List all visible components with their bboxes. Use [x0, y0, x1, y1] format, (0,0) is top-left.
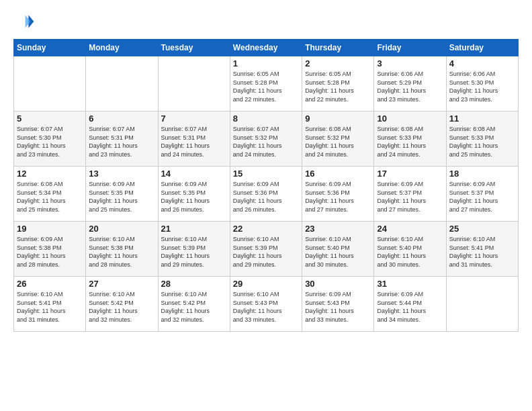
day-cell: [14, 56, 86, 111]
day-info: Sunrise: 6:07 AM Sunset: 5:32 PM Dayligh…: [233, 125, 299, 158]
weekday-header-wednesday: Wednesday: [230, 40, 302, 56]
day-cell: 13Sunrise: 6:09 AM Sunset: 5:35 PM Dayli…: [86, 167, 158, 222]
day-number: 24: [377, 224, 443, 234]
day-info: Sunrise: 6:08 AM Sunset: 5:33 PM Dayligh…: [377, 125, 443, 158]
week-row-3: 12Sunrise: 6:08 AM Sunset: 5:34 PM Dayli…: [14, 167, 519, 222]
day-cell: 22Sunrise: 6:10 AM Sunset: 5:39 PM Dayli…: [230, 222, 302, 277]
week-row-1: 1Sunrise: 6:05 AM Sunset: 5:28 PM Daylig…: [14, 56, 519, 111]
day-cell: 19Sunrise: 6:09 AM Sunset: 5:38 PM Dayli…: [14, 222, 86, 277]
day-info: Sunrise: 6:09 AM Sunset: 5:37 PM Dayligh…: [377, 180, 443, 214]
day-number: 31: [377, 279, 443, 289]
day-info: Sunrise: 6:06 AM Sunset: 5:30 PM Dayligh…: [449, 70, 515, 103]
day-number: 16: [305, 169, 371, 179]
day-number: 18: [449, 169, 515, 179]
weekday-header-friday: Friday: [374, 40, 446, 56]
day-info: Sunrise: 6:09 AM Sunset: 5:36 PM Dayligh…: [305, 180, 371, 214]
day-cell: 26Sunrise: 6:10 AM Sunset: 5:41 PM Dayli…: [14, 277, 86, 332]
day-info: Sunrise: 6:09 AM Sunset: 5:44 PM Dayligh…: [377, 290, 443, 324]
day-info: Sunrise: 6:05 AM Sunset: 5:28 PM Dayligh…: [233, 70, 299, 103]
day-info: Sunrise: 6:07 AM Sunset: 5:31 PM Dayligh…: [89, 125, 154, 158]
day-info: Sunrise: 6:10 AM Sunset: 5:42 PM Dayligh…: [161, 290, 227, 324]
day-number: 9: [305, 113, 371, 124]
day-cell: 18Sunrise: 6:09 AM Sunset: 5:37 PM Dayli…: [446, 167, 518, 222]
day-info: Sunrise: 6:06 AM Sunset: 5:29 PM Dayligh…: [377, 70, 443, 103]
day-number: 17: [377, 169, 443, 179]
day-cell: 9Sunrise: 6:08 AM Sunset: 5:32 PM Daylig…: [302, 111, 374, 167]
day-number: 14: [161, 169, 227, 179]
day-info: Sunrise: 6:10 AM Sunset: 5:41 PM Dayligh…: [17, 290, 83, 324]
day-number: 29: [233, 279, 299, 289]
day-info: Sunrise: 6:10 AM Sunset: 5:42 PM Dayligh…: [89, 290, 154, 324]
day-number: 28: [161, 279, 227, 289]
day-info: Sunrise: 6:10 AM Sunset: 5:39 PM Dayligh…: [233, 235, 299, 269]
calendar-table: SundayMondayTuesdayWednesdayThursdayFrid…: [13, 39, 519, 332]
day-cell: 3Sunrise: 6:06 AM Sunset: 5:29 PM Daylig…: [374, 56, 446, 111]
day-info: Sunrise: 6:10 AM Sunset: 5:43 PM Dayligh…: [233, 290, 299, 324]
day-cell: 4Sunrise: 6:06 AM Sunset: 5:30 PM Daylig…: [446, 56, 518, 111]
day-number: 22: [233, 224, 299, 234]
day-info: Sunrise: 6:09 AM Sunset: 5:43 PM Dayligh…: [305, 290, 371, 324]
day-cell: 21Sunrise: 6:10 AM Sunset: 5:39 PM Dayli…: [158, 222, 230, 277]
day-info: Sunrise: 6:09 AM Sunset: 5:35 PM Dayligh…: [161, 180, 227, 214]
day-cell: 25Sunrise: 6:10 AM Sunset: 5:41 PM Dayli…: [446, 222, 518, 277]
logo: [13, 11, 38, 32]
day-cell: 27Sunrise: 6:10 AM Sunset: 5:42 PM Dayli…: [86, 277, 158, 332]
day-cell: 28Sunrise: 6:10 AM Sunset: 5:42 PM Dayli…: [158, 277, 230, 332]
week-row-5: 26Sunrise: 6:10 AM Sunset: 5:41 PM Dayli…: [14, 277, 519, 332]
day-cell: [158, 56, 230, 111]
day-cell: 12Sunrise: 6:08 AM Sunset: 5:34 PM Dayli…: [14, 167, 86, 222]
day-number: 11: [449, 113, 515, 124]
day-info: Sunrise: 6:09 AM Sunset: 5:36 PM Dayligh…: [233, 180, 299, 214]
page-header: [13, 11, 519, 32]
day-info: Sunrise: 6:09 AM Sunset: 5:37 PM Dayligh…: [449, 180, 515, 214]
day-number: 8: [233, 113, 299, 124]
day-number: 1: [233, 58, 299, 68]
weekday-header-thursday: Thursday: [302, 40, 374, 56]
day-number: 6: [89, 113, 154, 124]
day-info: Sunrise: 6:10 AM Sunset: 5:40 PM Dayligh…: [305, 235, 371, 269]
week-row-4: 19Sunrise: 6:09 AM Sunset: 5:38 PM Dayli…: [14, 222, 519, 277]
day-cell: 14Sunrise: 6:09 AM Sunset: 5:35 PM Dayli…: [158, 167, 230, 222]
day-number: 12: [17, 169, 83, 179]
page-container: SundayMondayTuesdayWednesdayThursdayFrid…: [0, 0, 532, 338]
week-row-2: 5Sunrise: 6:07 AM Sunset: 5:30 PM Daylig…: [14, 111, 519, 167]
day-number: 26: [17, 279, 83, 289]
day-cell: 11Sunrise: 6:08 AM Sunset: 5:33 PM Dayli…: [446, 111, 518, 167]
day-info: Sunrise: 6:08 AM Sunset: 5:33 PM Dayligh…: [449, 125, 515, 158]
weekday-header-saturday: Saturday: [446, 40, 518, 56]
day-cell: 10Sunrise: 6:08 AM Sunset: 5:33 PM Dayli…: [374, 111, 446, 167]
day-cell: 6Sunrise: 6:07 AM Sunset: 5:31 PM Daylig…: [86, 111, 158, 167]
day-info: Sunrise: 6:10 AM Sunset: 5:39 PM Dayligh…: [161, 235, 227, 269]
weekday-header-row: SundayMondayTuesdayWednesdayThursdayFrid…: [14, 40, 519, 56]
day-info: Sunrise: 6:07 AM Sunset: 5:31 PM Dayligh…: [161, 125, 227, 158]
day-number: 20: [89, 224, 154, 234]
day-number: 15: [233, 169, 299, 179]
day-number: 19: [17, 224, 83, 234]
day-cell: 31Sunrise: 6:09 AM Sunset: 5:44 PM Dayli…: [374, 277, 446, 332]
day-info: Sunrise: 6:09 AM Sunset: 5:35 PM Dayligh…: [89, 180, 154, 214]
day-cell: 16Sunrise: 6:09 AM Sunset: 5:36 PM Dayli…: [302, 167, 374, 222]
day-number: 4: [449, 58, 515, 68]
day-info: Sunrise: 6:09 AM Sunset: 5:38 PM Dayligh…: [17, 235, 83, 269]
day-number: 13: [89, 169, 154, 179]
day-number: 5: [17, 113, 83, 124]
day-info: Sunrise: 6:05 AM Sunset: 5:28 PM Dayligh…: [305, 70, 371, 103]
day-cell: 29Sunrise: 6:10 AM Sunset: 5:43 PM Dayli…: [230, 277, 302, 332]
day-number: 10: [377, 113, 443, 124]
day-number: 3: [377, 58, 443, 68]
day-cell: 17Sunrise: 6:09 AM Sunset: 5:37 PM Dayli…: [374, 167, 446, 222]
day-number: 30: [305, 279, 371, 289]
weekday-header-monday: Monday: [86, 40, 158, 56]
day-cell: 24Sunrise: 6:10 AM Sunset: 5:40 PM Dayli…: [374, 222, 446, 277]
day-info: Sunrise: 6:10 AM Sunset: 5:40 PM Dayligh…: [377, 235, 443, 269]
day-cell: 15Sunrise: 6:09 AM Sunset: 5:36 PM Dayli…: [230, 167, 302, 222]
day-info: Sunrise: 6:08 AM Sunset: 5:32 PM Dayligh…: [305, 125, 371, 158]
logo-icon: [13, 11, 35, 32]
day-cell: 7Sunrise: 6:07 AM Sunset: 5:31 PM Daylig…: [158, 111, 230, 167]
day-number: 7: [161, 113, 227, 124]
day-cell: [86, 56, 158, 111]
day-info: Sunrise: 6:10 AM Sunset: 5:38 PM Dayligh…: [89, 235, 154, 269]
day-number: 2: [305, 58, 371, 68]
day-cell: 2Sunrise: 6:05 AM Sunset: 5:28 PM Daylig…: [302, 56, 374, 111]
day-number: 21: [161, 224, 227, 234]
